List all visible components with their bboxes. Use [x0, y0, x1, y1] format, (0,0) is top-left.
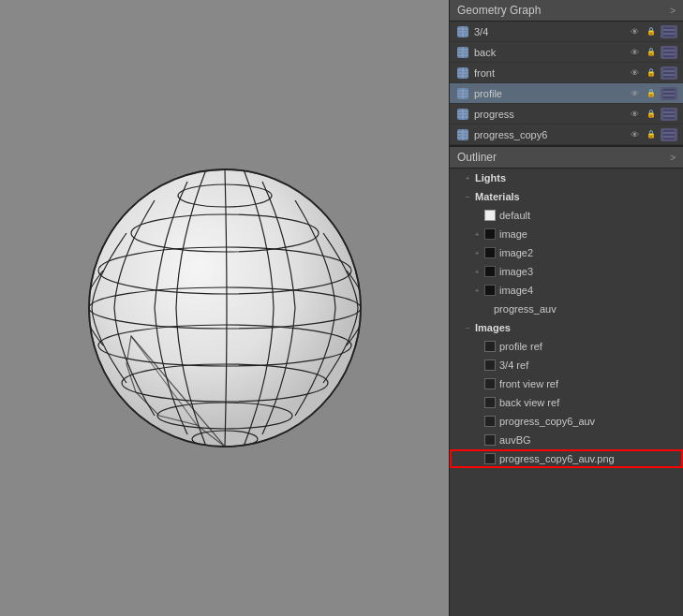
- outliner-title: Outliner: [457, 151, 497, 164]
- outliner-label: image3: [499, 266, 533, 277]
- visibility-icon[interactable]: 👁: [627, 25, 642, 38]
- item-icon: [484, 210, 496, 221]
- outliner-row-default[interactable]: default: [450, 206, 683, 225]
- outliner-row-Materials[interactable]: −Materials: [450, 187, 683, 206]
- outliner-arrow[interactable]: >: [670, 153, 676, 163]
- outliner-row-back-view-ref[interactable]: back view ref: [450, 393, 683, 412]
- mesh-icon: [455, 45, 470, 60]
- expand-icon[interactable]: +: [472, 267, 482, 276]
- collapse-icon[interactable]: −: [463, 323, 472, 332]
- geo-row-back[interactable]: back👁🔒: [450, 42, 683, 63]
- outliner-row-3-4-ref[interactable]: 3/4 ref: [450, 356, 683, 374]
- outliner-label: progress_copy6_auv: [499, 416, 595, 427]
- outliner-row-progress_copy6_auv-png[interactable]: progress_copy6_auv.png: [450, 449, 683, 468]
- svg-rect-14: [663, 27, 675, 37]
- outliner-row-Images[interactable]: −Images: [450, 318, 683, 337]
- settings-icon[interactable]: [661, 128, 677, 141]
- expand-icon[interactable]: +: [472, 229, 482, 239]
- svg-rect-18: [663, 48, 675, 57]
- geo-row-controls: 👁🔒: [627, 46, 677, 59]
- item-icon: [484, 378, 496, 389]
- lock-icon[interactable]: 🔒: [644, 87, 659, 100]
- svg-rect-22: [663, 68, 675, 78]
- collapse-icon[interactable]: −: [463, 192, 472, 201]
- outliner-label: image2: [499, 247, 533, 258]
- geo-row-label: progress_copy6: [474, 129, 627, 140]
- geo-row-controls: 👁🔒: [627, 87, 677, 100]
- outliner-row-image[interactable]: +image: [450, 225, 683, 243]
- item-icon: [484, 341, 496, 352]
- item-icon: [484, 453, 496, 464]
- item-icon: [484, 247, 496, 258]
- item-icon: [484, 359, 496, 371]
- outliner-panel[interactable]: Outliner > +Lights−Materialsdefault+imag…: [450, 145, 683, 616]
- mesh-icon: [455, 107, 470, 122]
- settings-icon[interactable]: [661, 25, 677, 38]
- geo-row-progress_copy6[interactable]: progress_copy6👁🔒: [450, 125, 683, 145]
- expand-icon[interactable]: +: [463, 173, 472, 183]
- geo-row-label: progress: [474, 109, 627, 120]
- mesh-icon: [455, 127, 470, 142]
- outliner-row-image4[interactable]: +image4: [450, 281, 683, 300]
- lock-icon[interactable]: 🔒: [644, 46, 659, 59]
- lock-icon[interactable]: 🔒: [644, 108, 659, 121]
- outliner-label: 3/4 ref: [499, 359, 528, 371]
- outliner-row-front-view-ref[interactable]: front view ref: [450, 374, 683, 393]
- svg-rect-30: [663, 110, 675, 119]
- visibility-icon[interactable]: 👁: [627, 87, 642, 100]
- settings-icon[interactable]: [661, 87, 677, 100]
- outliner-label: Materials: [475, 191, 520, 202]
- geo-row-controls: 👁🔒: [627, 25, 677, 38]
- geo-row-progress[interactable]: progress👁🔒: [450, 104, 683, 125]
- settings-icon[interactable]: [661, 66, 677, 80]
- geo-row-3/4[interactable]: 3/4👁🔒: [450, 22, 683, 42]
- settings-icon[interactable]: [661, 108, 677, 121]
- svg-rect-34: [663, 130, 675, 139]
- geo-row-front[interactable]: front👁🔒: [450, 63, 683, 83]
- outliner-row-auvBG[interactable]: auvBG: [450, 431, 683, 449]
- geo-row-controls: 👁🔒: [627, 108, 677, 121]
- outliner-label: back view ref: [499, 397, 559, 408]
- outliner-row-Lights[interactable]: +Lights: [450, 169, 683, 187]
- visibility-icon[interactable]: 👁: [627, 46, 642, 59]
- item-icon: [484, 416, 496, 427]
- visibility-icon[interactable]: 👁: [627, 128, 642, 141]
- outliner-label: front view ref: [499, 378, 558, 389]
- svg-point-1: [89, 169, 361, 447]
- expand-icon[interactable]: +: [472, 248, 482, 257]
- lock-icon[interactable]: 🔒: [644, 66, 659, 80]
- outliner-label: Images: [475, 322, 511, 333]
- outliner-row-profile-ref[interactable]: profile ref: [450, 337, 683, 356]
- outliner-row-image3[interactable]: +image3: [450, 262, 683, 281]
- outliner-row-progress_auv[interactable]: progress_auv: [450, 300, 683, 318]
- geo-row-label: 3/4: [474, 26, 627, 37]
- lock-icon[interactable]: 🔒: [644, 25, 659, 38]
- geo-row-profile[interactable]: profile👁🔒: [450, 83, 683, 104]
- outliner-label: progress_auv: [494, 303, 557, 315]
- viewport-3d[interactable]: [0, 0, 449, 616]
- geo-row-label: back: [474, 47, 627, 58]
- mesh-icon: [455, 66, 470, 81]
- visibility-icon[interactable]: 👁: [627, 108, 642, 121]
- outliner-rows-list: +Lights−Materialsdefault+image+image2+im…: [450, 169, 683, 468]
- item-icon: [484, 266, 496, 277]
- outliner-label: image: [499, 228, 527, 240]
- item-icon: [484, 228, 496, 240]
- right-panel: Geometry Graph > 3/4👁🔒back👁🔒front👁🔒profi…: [449, 0, 683, 616]
- svg-rect-26: [663, 89, 675, 98]
- outliner-label: Lights: [475, 172, 506, 183]
- geo-row-label: profile: [474, 88, 627, 99]
- settings-icon[interactable]: [661, 46, 677, 59]
- geo-graph-header[interactable]: Geometry Graph >: [450, 0, 683, 22]
- outliner-row-image2[interactable]: +image2: [450, 243, 683, 262]
- geo-row-controls: 👁🔒: [627, 66, 677, 80]
- visibility-icon[interactable]: 👁: [627, 66, 642, 80]
- lock-icon[interactable]: 🔒: [644, 128, 659, 141]
- item-icon: [484, 397, 496, 408]
- expand-icon[interactable]: +: [472, 286, 482, 295]
- outliner-row-progress_copy6_auv[interactable]: progress_copy6_auv: [450, 412, 683, 431]
- geo-graph-arrow[interactable]: >: [670, 6, 676, 16]
- geo-row-label: front: [474, 67, 627, 79]
- geo-rows-list: 3/4👁🔒back👁🔒front👁🔒profile👁🔒progress👁🔒pro…: [450, 22, 683, 145]
- outliner-header[interactable]: Outliner >: [450, 147, 683, 169]
